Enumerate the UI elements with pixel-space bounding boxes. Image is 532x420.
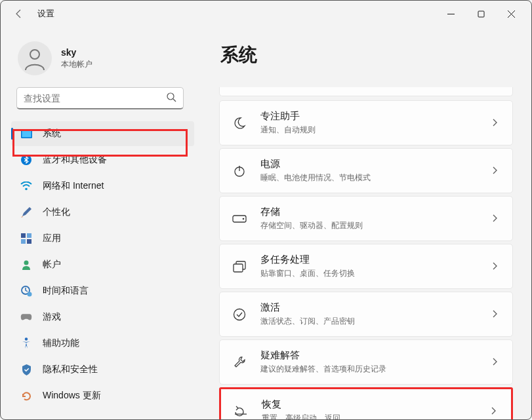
multitask-icon (232, 261, 247, 273)
card-storage[interactable]: 存储 存储空间、驱动器、配置规则 (219, 196, 513, 241)
update-icon (20, 390, 32, 402)
account-icon (20, 259, 32, 271)
chevron-right-icon (493, 357, 501, 368)
minimize-button[interactable] (436, 3, 466, 25)
brush-icon (20, 206, 32, 218)
svg-rect-9 (21, 233, 26, 238)
sidebar-item-personalization[interactable]: 个性化 (11, 200, 194, 225)
svg-rect-6 (22, 130, 31, 137)
svg-point-13 (24, 261, 29, 265)
accessibility-icon (20, 337, 32, 349)
bluetooth-icon (20, 154, 32, 166)
svg-rect-10 (27, 233, 31, 238)
card-sub: 睡眠、电池使用情况、节电模式 (260, 172, 480, 183)
sidebar-item-accounts[interactable]: 帐户 (11, 252, 194, 277)
user-text: sky 本地帐户 (61, 47, 92, 70)
sidebar-item-system[interactable]: 系统 (11, 121, 194, 146)
sidebar-item-label: 个性化 (43, 206, 70, 218)
main-panel: 系统 专注助手 通知、自动规则 电源 睡眠、电池使用情况、节电模式 (201, 27, 531, 419)
maximize-icon (478, 10, 485, 18)
user-account-type: 本地帐户 (61, 59, 92, 70)
card-power[interactable]: 电源 睡眠、电池使用情况、节电模式 (219, 148, 513, 193)
card-title: 激活 (260, 301, 480, 314)
person-icon (22, 45, 48, 71)
svg-rect-11 (21, 239, 26, 244)
card-partial-top[interactable] (219, 87, 513, 96)
wrench-icon (232, 356, 247, 369)
chevron-right-icon (493, 166, 501, 176)
storage-icon (232, 215, 247, 223)
back-button[interactable] (6, 1, 32, 27)
sidebar-item-network[interactable]: 网络和 Internet (11, 174, 194, 199)
sidebar-item-apps[interactable]: 应用 (11, 226, 194, 251)
recovery-icon (233, 406, 249, 417)
chevron-right-icon (491, 406, 499, 417)
gamepad-icon (20, 311, 32, 323)
check-circle-icon (232, 308, 247, 321)
sidebar-item-time-language[interactable]: 时间和语言 (11, 278, 194, 303)
card-title: 多任务处理 (260, 254, 480, 266)
card-multitasking[interactable]: 多任务处理 贴靠窗口、桌面、任务切换 (219, 244, 513, 289)
svg-rect-12 (27, 239, 31, 244)
svg-rect-1 (478, 11, 484, 17)
sidebar-item-gaming[interactable]: 游戏 (11, 305, 194, 330)
svg-point-2 (30, 50, 39, 59)
close-icon (508, 10, 515, 18)
card-activation[interactable]: 激活 激活状态、订阅、产品密钥 (219, 292, 513, 337)
card-sub: 存储空间、驱动器、配置规则 (260, 220, 480, 231)
card-focus-assist[interactable]: 专注助手 通知、自动规则 (219, 100, 513, 145)
sidebar-item-label: 网络和 Internet (43, 180, 104, 192)
card-sub: 通知、自动规则 (260, 124, 480, 136)
arrow-left-icon (14, 9, 24, 19)
window-controls (436, 3, 526, 25)
chevron-right-icon (493, 309, 501, 320)
clock-globe-icon (20, 285, 32, 297)
settings-window: 设置 sky (0, 0, 532, 420)
wifi-icon (20, 180, 32, 192)
sidebar-item-label: 辅助功能 (43, 337, 79, 349)
sidebar-item-label: 系统 (43, 128, 61, 140)
sidebar-item-label: 游戏 (43, 311, 61, 323)
search-input[interactable] (16, 87, 184, 109)
card-title: 恢复 (262, 398, 478, 411)
sidebar-item-label: 帐户 (43, 259, 61, 271)
sidebar-item-update[interactable]: Windows 更新 (11, 383, 194, 408)
sidebar-item-label: Windows 更新 (43, 390, 101, 402)
svg-point-16 (25, 337, 28, 340)
sidebar-item-label: 蓝牙和其他设备 (43, 154, 107, 166)
sidebar-item-privacy[interactable]: 隐私和安全性 (11, 357, 194, 382)
sidebar: sky 本地帐户 系统 (1, 27, 201, 419)
sidebar-item-label: 应用 (43, 233, 61, 244)
search-icon (167, 92, 176, 104)
sidebar-item-accessibility[interactable]: 辅助功能 (11, 331, 194, 356)
user-block[interactable]: sky 本地帐户 (11, 37, 201, 87)
svg-point-15 (27, 292, 31, 296)
user-name: sky (61, 47, 92, 58)
svg-line-4 (173, 99, 176, 102)
card-text: 电源 睡眠、电池使用情况、节电模式 (260, 158, 480, 183)
card-text: 疑难解答 建议的疑难解答、首选项和历史记录 (260, 349, 480, 375)
card-sub: 贴靠窗口、桌面、任务切换 (260, 268, 480, 279)
card-title: 疑难解答 (260, 349, 480, 362)
power-icon (232, 164, 247, 178)
card-text: 多任务处理 贴靠窗口、桌面、任务切换 (260, 254, 480, 279)
card-sub: 建议的疑难解答、首选项和历史记录 (260, 364, 480, 375)
search-field[interactable] (24, 93, 167, 104)
moon-icon (232, 117, 247, 130)
content: sky 本地帐户 系统 (1, 27, 531, 419)
app-title: 设置 (37, 8, 54, 20)
svg-point-20 (243, 218, 245, 220)
svg-point-8 (25, 188, 28, 191)
card-troubleshoot[interactable]: 疑难解答 建议的疑难解答、首选项和历史记录 (219, 339, 513, 385)
card-sub: 重置、高级启动、返回 (262, 413, 478, 419)
card-recovery[interactable]: 恢复 重置、高级启动、返回 (219, 387, 513, 419)
close-button[interactable] (496, 3, 526, 25)
card-title: 专注助手 (260, 110, 480, 123)
maximize-button[interactable] (466, 3, 496, 25)
svg-point-23 (234, 309, 245, 320)
svg-rect-22 (234, 264, 243, 272)
card-text: 专注助手 通知、自动规则 (260, 110, 480, 136)
apps-icon (20, 233, 32, 244)
chevron-right-icon (493, 261, 501, 272)
sidebar-item-bluetooth[interactable]: 蓝牙和其他设备 (11, 147, 194, 172)
